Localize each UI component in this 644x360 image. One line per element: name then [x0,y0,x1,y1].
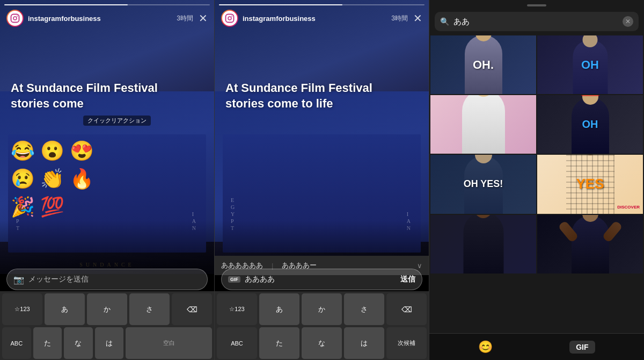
story-username-2: instagramforbusiness [243,15,388,23]
sticker-icon[interactable]: 😊 [478,340,493,354]
keyboard-panel1: ☆123 あ か さ ⌫ ABC た な は 空白 [0,291,214,360]
key-ha-p2[interactable]: は [344,327,384,359]
gif-toolbar: 😊 GIF [429,333,644,360]
gif-grid: OH. OH [429,35,644,333]
svg-point-4 [228,17,231,20]
gif-item-1[interactable]: OH. [430,35,536,94]
gif-label-oh2: OH [581,58,599,72]
emoji-100[interactable]: 💯 [40,196,64,218]
story-text-line1: At Sundance Film Festival [11,81,158,96]
gif-item-7[interactable] [430,215,536,273]
message-placeholder: メッセージを送信 [28,275,89,284]
key-ta-p2[interactable]: た [259,327,299,359]
key-123-p2[interactable]: ☆123 [217,293,257,325]
gif-item-5[interactable]: OH YES! [430,155,536,213]
key-na-p2[interactable]: な [302,327,342,359]
key-na[interactable]: な [64,327,93,359]
key-sa-p2[interactable]: さ [344,293,384,325]
key-123[interactable]: ☆123 [2,293,42,325]
discover-badge: DISCOVER [617,205,640,210]
close-icon[interactable]: ✕ [199,12,208,25]
key-backspace-p2[interactable]: ⌫ [386,293,427,325]
story-time: 3時間 [177,14,193,23]
gif-input-text[interactable]: ああああ [245,275,400,284]
story-username: instagramforbusiness [28,15,173,23]
message-input-row[interactable]: 📷 メッセージを送信 [6,269,208,290]
emoji-heart[interactable]: 😍 [70,140,94,162]
avatar-2 [221,10,238,27]
emoji-wow[interactable]: 😮 [40,140,64,162]
panel-1: E G Y P T I A N SUNDANCE [0,0,215,360]
gif-button[interactable]: GIF [569,341,595,354]
gif-item-6[interactable]: YES DISCOVER [537,155,643,213]
quick-action-label: クイックリアクション [83,116,151,126]
send-button[interactable]: 送信 [400,275,415,284]
gif-search-input[interactable]: ああ [453,17,618,27]
key-sa[interactable]: さ [129,293,170,325]
key-backspace[interactable]: ⌫ [172,293,212,325]
story-background: E G Y P T I A N SUNDANCE [0,0,214,274]
drag-handle[interactable] [527,4,546,6]
gif-search-bar[interactable]: 🔍 ああ ✕ [435,12,639,31]
camera-icon: 📷 [13,275,24,285]
gif-search-container: 🔍 ああ ✕ OH. OH [429,0,644,360]
story-background-2: E G Y P T I A N SUNDANCE [215,0,429,274]
key-a[interactable]: あ [45,293,85,325]
gif-badge: GIF [228,276,240,283]
keyboard-panel2: ☆123 あ か さ ⌫ ABC た な は 次候補 [215,291,429,360]
story-progress-fill-2 [219,4,342,5]
gif-item-4[interactable]: OH [537,95,643,154]
svg-point-1 [13,17,17,20]
gif-input-row[interactable]: GIF ああああ 送信 [221,269,422,290]
svg-point-2 [17,16,18,17]
story-time-2: 3時間 [391,14,408,23]
svg-rect-3 [226,15,234,23]
emoji-party[interactable]: 🎉 [11,196,35,218]
gif-item-8[interactable] [537,215,643,273]
gif-label-oh: OH. [473,58,494,72]
emoji-cry[interactable]: 😢 [11,168,35,190]
gif-label-oh3: OH [582,118,598,131]
chevron-down-icon[interactable]: ∨ [417,262,422,270]
panel-2: E G Y P T I A N SUNDANCE [215,0,429,360]
gif-item-3[interactable] [430,95,536,154]
avatar-inner-2 [222,11,237,26]
story-header-2: instagramforbusiness 3時間 ✕ [221,10,422,27]
story-header: instagramforbusiness 3時間 ✕ [6,10,208,27]
svg-rect-0 [11,15,19,23]
story-progress-fill [4,4,128,5]
story-text: At Sundance Film Festival stories come [11,81,158,111]
story-text-line1-2: At Sundance Film Festival [225,81,372,96]
emoji-laugh[interactable]: 😂 [11,140,35,162]
key-abc-p2[interactable]: ABC [217,327,257,359]
keyboard-row-1-p2: ☆123 あ か さ ⌫ [217,293,427,325]
key-a-p2[interactable]: あ [259,293,299,325]
story-text-line2: stories come [11,96,158,112]
emoji-reactions: 😂 😮 😍 😢 👏 🔥 🎉 💯 [11,140,118,218]
key-ka[interactable]: か [87,293,127,325]
emoji-clap[interactable]: 👏 [40,168,64,190]
close-icon-2[interactable]: ✕ [413,12,422,25]
avatar-inner [8,11,23,26]
keyboard-row-2: ABC た な は 空白 [2,327,212,359]
svg-point-5 [231,16,232,17]
panel-3-gif-search: 🔍 ああ ✕ OH. OH [429,0,644,360]
gif-label-oh-yes: OH YES! [464,178,503,190]
key-space[interactable]: 空白 [126,327,212,359]
keyboard-row-2-p2: ABC た な は 次候補 [217,327,427,359]
story-text-2: At Sundance Film Festival stories come t… [225,81,372,111]
story-progress-bar [4,4,210,5]
emoji-fire[interactable]: 🔥 [70,168,94,190]
key-abc[interactable]: ABC [2,327,31,359]
avatar [6,10,24,27]
gif-label-yes: YES [576,176,604,192]
key-ha[interactable]: は [95,327,124,359]
story-text-line2-2: stories come to life [225,96,372,112]
search-icon: 🔍 [440,17,449,26]
gif-item-2[interactable]: OH [537,35,643,94]
key-ka-p2[interactable]: か [302,293,342,325]
key-next-candidate[interactable]: 次候補 [386,327,427,359]
clear-search-button[interactable]: ✕ [623,16,633,27]
story-progress-bar-2 [219,4,425,5]
key-ta[interactable]: た [33,327,62,359]
